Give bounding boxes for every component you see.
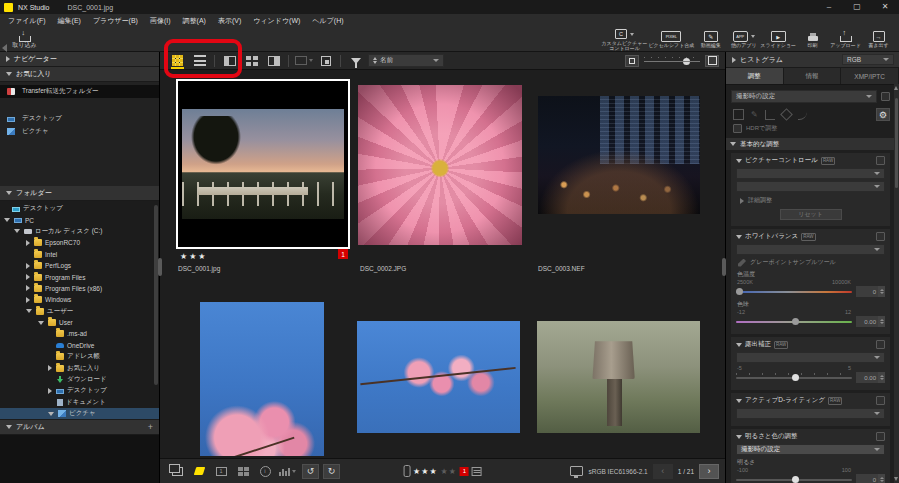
custom-picture-control-button[interactable]: C カスタムピクチャーコントロール xyxy=(600,29,648,51)
curve-tool-icon[interactable] xyxy=(798,110,807,120)
menu-view[interactable]: 表示(V) xyxy=(212,14,247,28)
menu-file[interactable]: ファイル(F) xyxy=(2,14,52,28)
multi-view-button[interactable] xyxy=(242,53,261,68)
maximize-button[interactable]: ▢ xyxy=(843,0,871,14)
brightness-color-checkbox[interactable] xyxy=(876,432,885,441)
slider-thumb[interactable] xyxy=(736,288,743,295)
temp-slider[interactable] xyxy=(736,287,852,296)
basic-adjustments-header[interactable]: 基本的な調整 xyxy=(726,138,899,150)
thumbnail-bucket-post[interactable] xyxy=(537,321,700,433)
sort-dropdown[interactable]: 名前 xyxy=(368,54,444,67)
thumbnail-filename[interactable]: DSC_0002.JPG xyxy=(360,265,406,272)
label-badge[interactable]: 1 xyxy=(338,249,348,259)
thumbnail-selected-dsc0001[interactable] xyxy=(176,79,350,249)
exposure-dropdown[interactable] xyxy=(736,352,885,363)
thumbnail-size-slider[interactable] xyxy=(644,56,700,65)
thumbnail-blossom-branch[interactable] xyxy=(357,321,520,433)
rating-control[interactable]: ★★★ ★★ 1 xyxy=(403,465,482,477)
tree-item-downloads[interactable]: ダウンロード xyxy=(0,374,159,385)
tree-item-favorites-folder[interactable]: お気に入り xyxy=(0,362,159,373)
exposure-checkbox[interactable] xyxy=(876,340,885,349)
brightness-value[interactable]: 0 xyxy=(856,474,878,483)
image-strip-view-button[interactable] xyxy=(264,53,283,68)
scroll-up-icon[interactable] xyxy=(894,86,898,90)
tree-item-local-disk[interactable]: ローカル ディスク (C:) xyxy=(0,226,159,237)
thumbnail-filename[interactable]: DSC_0001.jpg xyxy=(178,265,220,272)
compare-mode-button[interactable] xyxy=(294,53,313,68)
close-button[interactable]: ✕ xyxy=(871,0,899,14)
spinner-arrows[interactable] xyxy=(878,474,885,483)
tree-item-epsonrc70[interactable]: EpsonRC70 xyxy=(0,237,159,248)
tree-item-windows[interactable]: Windows xyxy=(0,294,159,305)
exposure-value[interactable]: 0.00 xyxy=(856,372,878,383)
tree-item-user[interactable]: User xyxy=(0,317,159,328)
export-button[interactable]: → 書き出す xyxy=(862,29,895,51)
menu-window[interactable]: ウィンドウ(W) xyxy=(247,14,306,28)
tree-item-onedrive[interactable]: OneDrive xyxy=(0,340,159,351)
white-balance-checkbox[interactable] xyxy=(876,232,885,241)
add-album-button[interactable]: + xyxy=(148,423,153,432)
tree-item-intel[interactable]: Intel xyxy=(0,249,159,260)
menu-edit[interactable]: 編集(E) xyxy=(52,14,87,28)
gray-point-tool[interactable]: グレーポイントサンプルツール xyxy=(738,258,885,267)
tree-item-pictures-selected[interactable]: ピクチャ xyxy=(0,408,159,419)
favorite-item-transfer[interactable]: Transfer転送先フォルダー xyxy=(0,85,159,98)
hdr-checkbox[interactable] xyxy=(733,124,742,133)
rating-stars-filled[interactable]: ★★★ xyxy=(413,467,438,476)
temp-value[interactable]: 0 xyxy=(856,286,878,297)
slideshow-button[interactable]: ▶ スライドショー xyxy=(760,29,796,51)
picture-control-dropdown[interactable] xyxy=(736,168,885,179)
tab-info[interactable]: 情報 xyxy=(784,68,842,84)
rating-stars-empty[interactable]: ★★ xyxy=(441,467,457,476)
menu-help[interactable]: ヘルプ(H) xyxy=(306,14,349,28)
adl-dropdown[interactable] xyxy=(736,408,885,419)
tree-scrollbar[interactable] xyxy=(154,205,158,385)
single-frame-button[interactable]: 1 xyxy=(210,463,232,479)
grid-view-button[interactable] xyxy=(168,53,187,68)
brightness-slider[interactable] xyxy=(736,475,852,483)
picture-control-sub-dropdown[interactable] xyxy=(736,181,885,192)
settings-gear-button[interactable]: ⚙ xyxy=(876,108,890,121)
tree-item-desktop-user[interactable]: デスクトップ xyxy=(0,385,159,396)
slider-thumb[interactable] xyxy=(792,374,799,381)
thumbnail-smaller-button[interactable] xyxy=(625,55,639,67)
tree-item-users[interactable]: ユーザー xyxy=(0,306,159,317)
fullscreen-button[interactable] xyxy=(316,53,335,68)
scroll-down-icon[interactable] xyxy=(894,477,898,481)
preset-checkbox[interactable] xyxy=(881,92,890,101)
thumbnail-larger-button[interactable] xyxy=(705,55,719,67)
tree-item-ms-ad[interactable]: .ms-ad xyxy=(0,328,159,339)
rotate-tool-icon[interactable] xyxy=(780,108,793,121)
picture-control-checkbox[interactable] xyxy=(876,156,885,165)
favorite-item-pictures[interactable]: ピクチャ xyxy=(0,125,159,138)
tree-item-program-files[interactable]: Program Files xyxy=(0,271,159,282)
tag-icon[interactable] xyxy=(472,467,482,476)
tab-adjust[interactable]: 調整 xyxy=(726,68,784,84)
label-filter-button[interactable] xyxy=(188,463,210,479)
thumbnail-dsc0002[interactable] xyxy=(358,85,522,245)
folders-section-header[interactable]: フォルダー xyxy=(0,186,159,201)
white-balance-dropdown[interactable] xyxy=(736,244,885,255)
tab-xmp-iptc[interactable]: XMP/IPTC xyxy=(841,68,899,84)
other-apps-button[interactable]: APP 他のアプリ xyxy=(727,29,760,51)
thumbnail-filename[interactable]: DSC_0003.NEF xyxy=(538,265,585,272)
menu-adjust[interactable]: 調整(A) xyxy=(177,14,212,28)
favorites-section-header[interactable]: お気に入り xyxy=(0,67,159,82)
list-view-button[interactable] xyxy=(190,53,209,68)
minimize-button[interactable]: – xyxy=(815,0,843,14)
tree-item-contacts[interactable]: アドレス帳 xyxy=(0,351,159,362)
tint-slider[interactable] xyxy=(736,317,852,326)
collapse-sidebar-icon[interactable] xyxy=(2,44,7,52)
spinner-arrows[interactable] xyxy=(878,286,885,297)
navigator-section-header[interactable]: ナビゲーター xyxy=(0,52,159,67)
albums-section-header[interactable]: アルバム + xyxy=(0,420,159,435)
slider-thumb[interactable] xyxy=(683,58,690,65)
detail-adjust-toggle[interactable]: 詳細調整 xyxy=(740,196,885,205)
info-overlay-button[interactable]: i xyxy=(254,463,276,479)
tree-item-desktop[interactable]: デスクトップ xyxy=(0,203,159,214)
histogram-section-header[interactable]: ヒストグラム RGB xyxy=(726,52,899,68)
exposure-slider[interactable] xyxy=(736,373,852,382)
thumbnail-blossom-portrait[interactable] xyxy=(200,302,324,456)
scrollbar-thumb[interactable] xyxy=(895,98,898,188)
tree-item-perflogs[interactable]: PerfLogs xyxy=(0,260,159,271)
